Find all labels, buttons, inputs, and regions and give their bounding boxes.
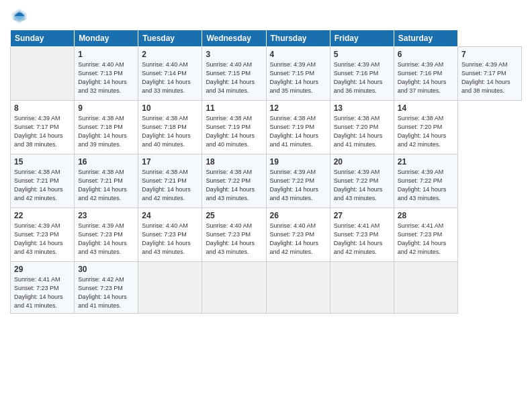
day-number: 28 xyxy=(398,211,454,220)
day-info: Sunrise: 4:38 AMSunset: 7:18 PMDaylight:… xyxy=(142,114,198,149)
day-number: 16 xyxy=(78,157,134,167)
day-info: Sunrise: 4:39 AMSunset: 7:23 PMDaylight:… xyxy=(78,222,134,257)
page: SundayMondayTuesdayWednesdayThursdayFrid… xyxy=(0,0,532,411)
calendar-header-row: SundayMondayTuesdayWednesdayThursdayFrid… xyxy=(11,30,522,47)
day-number: 27 xyxy=(334,211,390,220)
header xyxy=(10,7,522,26)
header-thursday: Thursday xyxy=(266,30,330,47)
day-number: 17 xyxy=(142,157,198,167)
header-friday: Friday xyxy=(330,30,394,47)
calendar-day-cell: 24Sunrise: 4:40 AMSunset: 7:23 PMDayligh… xyxy=(138,208,202,262)
day-number: 13 xyxy=(334,103,390,113)
day-info: Sunrise: 4:38 AMSunset: 7:19 PMDaylight:… xyxy=(206,114,262,149)
day-number: 21 xyxy=(398,157,454,167)
calendar-week-row: 15Sunrise: 4:38 AMSunset: 7:21 PMDayligh… xyxy=(11,154,522,208)
day-number: 14 xyxy=(398,103,454,113)
calendar-day-cell: 20Sunrise: 4:39 AMSunset: 7:22 PMDayligh… xyxy=(330,154,394,208)
calendar-day-cell: 25Sunrise: 4:40 AMSunset: 7:23 PMDayligh… xyxy=(202,208,266,262)
calendar-day-cell: 3Sunrise: 4:40 AMSunset: 7:15 PMDaylight… xyxy=(202,47,266,101)
day-info: Sunrise: 4:41 AMSunset: 7:23 PMDaylight:… xyxy=(14,275,71,310)
calendar-day-cell: 14Sunrise: 4:38 AMSunset: 7:20 PMDayligh… xyxy=(394,101,457,154)
day-number: 1 xyxy=(78,50,134,59)
day-info: Sunrise: 4:39 AMSunset: 7:16 PMDaylight:… xyxy=(398,60,454,95)
calendar-day-cell: 22Sunrise: 4:39 AMSunset: 7:23 PMDayligh… xyxy=(11,208,75,262)
day-number: 15 xyxy=(14,157,71,167)
day-info: Sunrise: 4:40 AMSunset: 7:14 PMDaylight:… xyxy=(142,60,198,95)
day-number: 8 xyxy=(14,103,71,113)
day-info: Sunrise: 4:38 AMSunset: 7:22 PMDaylight:… xyxy=(206,168,262,203)
calendar-day-cell: 6Sunrise: 4:39 AMSunset: 7:16 PMDaylight… xyxy=(394,47,457,101)
calendar-day-cell: 29Sunrise: 4:41 AMSunset: 7:23 PMDayligh… xyxy=(11,262,75,314)
day-number: 9 xyxy=(78,103,134,113)
calendar-week-row: 22Sunrise: 4:39 AMSunset: 7:23 PMDayligh… xyxy=(11,208,522,262)
day-info: Sunrise: 4:39 AMSunset: 7:17 PMDaylight:… xyxy=(14,114,71,149)
day-number: 5 xyxy=(334,50,390,59)
calendar-day-cell: 9Sunrise: 4:38 AMSunset: 7:18 PMDaylight… xyxy=(75,101,138,154)
empty-cell xyxy=(11,47,75,101)
day-info: Sunrise: 4:38 AMSunset: 7:21 PMDaylight:… xyxy=(142,168,198,203)
day-number: 10 xyxy=(142,103,198,113)
day-info: Sunrise: 4:39 AMSunset: 7:22 PMDaylight:… xyxy=(270,168,326,203)
day-number: 22 xyxy=(14,211,71,220)
calendar-day-cell: 11Sunrise: 4:38 AMSunset: 7:19 PMDayligh… xyxy=(202,101,266,154)
calendar-day-cell xyxy=(202,262,266,314)
calendar-day-cell: 8Sunrise: 4:39 AMSunset: 7:17 PMDaylight… xyxy=(11,101,75,154)
calendar-day-cell: 21Sunrise: 4:39 AMSunset: 7:22 PMDayligh… xyxy=(394,154,457,208)
calendar-day-cell: 2Sunrise: 4:40 AMSunset: 7:14 PMDaylight… xyxy=(138,47,202,101)
day-number: 6 xyxy=(398,50,454,59)
calendar-day-cell xyxy=(138,262,202,314)
day-number: 25 xyxy=(206,211,262,220)
calendar-day-cell: 30Sunrise: 4:42 AMSunset: 7:23 PMDayligh… xyxy=(75,262,138,314)
calendar-day-cell: 28Sunrise: 4:41 AMSunset: 7:23 PMDayligh… xyxy=(394,208,457,262)
day-info: Sunrise: 4:38 AMSunset: 7:19 PMDaylight:… xyxy=(270,114,326,149)
calendar-day-cell: 16Sunrise: 4:38 AMSunset: 7:21 PMDayligh… xyxy=(75,154,138,208)
day-number: 26 xyxy=(270,211,326,220)
day-number: 19 xyxy=(270,157,326,167)
calendar-table: SundayMondayTuesdayWednesdayThursdayFrid… xyxy=(10,30,522,314)
calendar-day-cell: 1Sunrise: 4:40 AMSunset: 7:13 PMDaylight… xyxy=(75,47,138,101)
day-number: 7 xyxy=(461,50,518,59)
calendar-day-cell: 7Sunrise: 4:39 AMSunset: 7:17 PMDaylight… xyxy=(457,47,521,101)
calendar-day-cell: 12Sunrise: 4:38 AMSunset: 7:19 PMDayligh… xyxy=(266,101,330,154)
day-info: Sunrise: 4:38 AMSunset: 7:21 PMDaylight:… xyxy=(78,168,134,203)
calendar-day-cell: 18Sunrise: 4:38 AMSunset: 7:22 PMDayligh… xyxy=(202,154,266,208)
header-monday: Monday xyxy=(75,30,138,47)
header-saturday: Saturday xyxy=(394,30,457,47)
calendar-day-cell xyxy=(394,262,457,314)
day-info: Sunrise: 4:40 AMSunset: 7:23 PMDaylight:… xyxy=(206,222,262,257)
day-number: 20 xyxy=(334,157,390,167)
day-info: Sunrise: 4:39 AMSunset: 7:15 PMDaylight:… xyxy=(270,60,326,95)
logo xyxy=(10,7,32,26)
header-tuesday: Tuesday xyxy=(138,30,202,47)
calendar-week-row: 8Sunrise: 4:39 AMSunset: 7:17 PMDaylight… xyxy=(11,101,522,154)
day-info: Sunrise: 4:38 AMSunset: 7:21 PMDaylight:… xyxy=(14,168,71,203)
day-number: 24 xyxy=(142,211,198,220)
day-number: 2 xyxy=(142,50,198,59)
day-number: 30 xyxy=(78,265,134,274)
day-info: Sunrise: 4:38 AMSunset: 7:18 PMDaylight:… xyxy=(78,114,134,149)
calendar-day-cell: 5Sunrise: 4:39 AMSunset: 7:16 PMDaylight… xyxy=(330,47,394,101)
day-info: Sunrise: 4:38 AMSunset: 7:20 PMDaylight:… xyxy=(334,114,390,149)
header-sunday: Sunday xyxy=(11,30,75,47)
calendar-day-cell: 23Sunrise: 4:39 AMSunset: 7:23 PMDayligh… xyxy=(75,208,138,262)
calendar-week-row: 29Sunrise: 4:41 AMSunset: 7:23 PMDayligh… xyxy=(11,262,522,314)
calendar-day-cell xyxy=(330,262,394,314)
calendar-day-cell: 27Sunrise: 4:41 AMSunset: 7:23 PMDayligh… xyxy=(330,208,394,262)
day-info: Sunrise: 4:38 AMSunset: 7:20 PMDaylight:… xyxy=(398,114,454,149)
day-info: Sunrise: 4:39 AMSunset: 7:22 PMDaylight:… xyxy=(334,168,390,203)
day-info: Sunrise: 4:40 AMSunset: 7:13 PMDaylight:… xyxy=(78,60,134,95)
calendar-day-cell: 4Sunrise: 4:39 AMSunset: 7:15 PMDaylight… xyxy=(266,47,330,101)
day-info: Sunrise: 4:39 AMSunset: 7:23 PMDaylight:… xyxy=(14,222,71,257)
day-number: 11 xyxy=(206,103,262,113)
day-info: Sunrise: 4:40 AMSunset: 7:15 PMDaylight:… xyxy=(206,60,262,95)
day-info: Sunrise: 4:39 AMSunset: 7:16 PMDaylight:… xyxy=(334,60,390,95)
calendar-day-cell xyxy=(266,262,330,314)
logo-icon xyxy=(10,7,29,26)
calendar-day-cell: 26Sunrise: 4:40 AMSunset: 7:23 PMDayligh… xyxy=(266,208,330,262)
day-info: Sunrise: 4:39 AMSunset: 7:22 PMDaylight:… xyxy=(398,168,454,203)
header-wednesday: Wednesday xyxy=(202,30,266,47)
day-info: Sunrise: 4:42 AMSunset: 7:23 PMDaylight:… xyxy=(78,275,134,310)
day-info: Sunrise: 4:40 AMSunset: 7:23 PMDaylight:… xyxy=(270,222,326,257)
day-info: Sunrise: 4:39 AMSunset: 7:17 PMDaylight:… xyxy=(461,60,518,95)
day-number: 3 xyxy=(206,50,262,59)
